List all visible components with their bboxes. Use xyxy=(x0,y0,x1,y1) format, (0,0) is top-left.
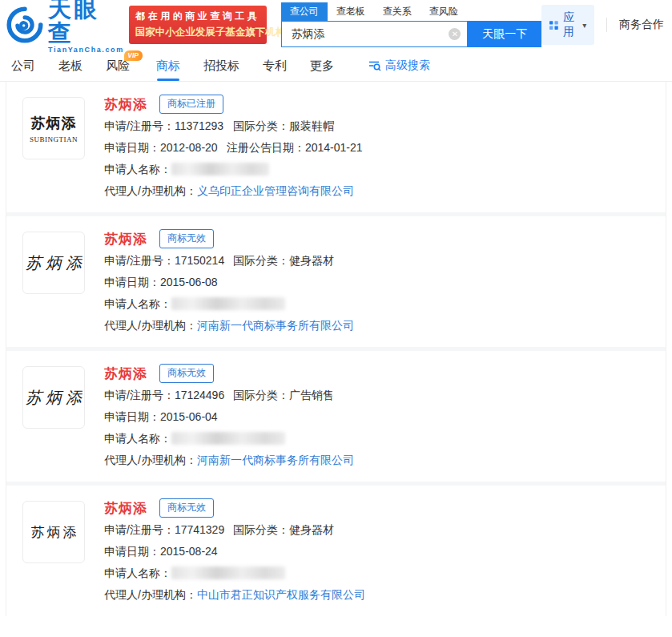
applicant-label: 申请人名称： xyxy=(104,432,171,445)
status-badge: 商标无效 xyxy=(159,498,214,518)
trademark-results-list: 苏炳添 SUBINGTIAN 苏炳添 商标已注册 申请/注册号：11371293… xyxy=(6,82,666,616)
search-tab-risk[interactable]: 查风险 xyxy=(421,2,467,21)
apply-date-label: 申请日期： xyxy=(104,276,160,288)
logo[interactable]: 天眼查 TianYanCha.com xyxy=(6,0,124,54)
search-button[interactable]: 天眼一下 xyxy=(468,21,541,47)
apply-date-label: 申请日期： xyxy=(104,410,160,423)
result-type-nav: 公司 老板 风险 VIP 商标 招投标 专利 更多 高级搜索 xyxy=(0,50,672,82)
apps-grid-icon xyxy=(549,19,558,31)
agent-link[interactable]: 中山市君正知识产权服务有限公司 xyxy=(197,588,365,601)
search-tab-company[interactable]: 查公司 xyxy=(281,2,328,21)
reg-no-label: 申请/注册号： xyxy=(104,119,175,132)
vip-badge: VIP xyxy=(124,50,143,61)
nav-item-trademark[interactable]: 商标 xyxy=(156,50,180,81)
apply-date-value: 2015-08-24 xyxy=(160,545,218,558)
reg-no-value: 11371293 xyxy=(175,119,223,132)
trademark-image-text: 苏炳添 xyxy=(22,387,86,409)
applicant-name-redacted xyxy=(171,432,285,445)
trademark-name[interactable]: 苏炳添 xyxy=(104,95,147,114)
apply-date-value: 2012-08-20 xyxy=(160,141,218,154)
promo-banner: 都在用的商业查询工具 国家中小企业发展子基金旗下机构 xyxy=(129,6,267,44)
trademark-image[interactable]: 苏炳添 SUBINGTIAN xyxy=(22,97,85,159)
apply-date-label: 申请日期： xyxy=(104,141,160,154)
status-badge: 商标已注册 xyxy=(159,95,223,114)
search-tab-relation[interactable]: 查关系 xyxy=(374,2,421,21)
trademark-card: 苏炳添 苏炳添 商标无效 申请/注册号：17150214 国际分类：健身器材 申… xyxy=(6,216,666,347)
search-input[interactable] xyxy=(290,27,449,42)
trademark-image[interactable]: 苏炳添 xyxy=(22,232,85,294)
applicant-name-redacted xyxy=(171,566,285,579)
intl-class-value: 健身器材 xyxy=(289,523,334,536)
chevron-down-icon: ▾ xyxy=(582,21,586,30)
nav-item-more[interactable]: 更多 xyxy=(310,50,334,81)
header: 天眼查 TianYanCha.com 都在用的商业查询工具 国家中小企业发展子基… xyxy=(0,0,672,50)
agent-link[interactable]: 河南新一代商标事务所有限公司 xyxy=(197,454,354,466)
nav-item-risk[interactable]: 风险 VIP xyxy=(106,50,130,81)
reg-no-value: 17741329 xyxy=(175,523,224,536)
nav-item-company[interactable]: 公司 xyxy=(11,50,35,81)
reg-no-label: 申请/注册号： xyxy=(104,389,175,401)
intl-class-label: 国际分类： xyxy=(233,254,289,267)
trademark-card: 苏炳添 SUBINGTIAN 苏炳添 商标已注册 申请/注册号：11371293… xyxy=(6,82,666,212)
logo-title: 天眼查 xyxy=(48,0,124,45)
intl-class-label: 国际分类： xyxy=(233,119,289,132)
reg-no-label: 申请/注册号： xyxy=(104,523,175,536)
trademark-image-text: 苏炳添 xyxy=(31,114,77,133)
apps-label: 应用 xyxy=(563,10,579,39)
pub-date-label: 注册公告日期： xyxy=(227,141,305,154)
nav-item-bidding[interactable]: 招投标 xyxy=(203,50,239,81)
advanced-search-icon xyxy=(368,60,381,71)
trademark-image-text: 苏炳添 xyxy=(29,523,79,542)
applicant-label: 申请人名称： xyxy=(104,566,171,579)
apply-date-value: 2015-06-04 xyxy=(160,410,218,423)
intl-class-label: 国际分类： xyxy=(233,389,289,401)
agent-label: 代理人/办理机构： xyxy=(104,588,197,601)
trademark-card: 苏炳添 苏炳添 商标无效 申请/注册号：17741329 国际分类：健身器材 申… xyxy=(6,486,666,616)
applicant-label: 申请人名称： xyxy=(104,297,171,310)
trademark-name[interactable]: 苏炳添 xyxy=(104,365,147,383)
status-badge: 商标无效 xyxy=(159,364,214,383)
intl-class-label: 国际分类： xyxy=(233,523,289,536)
header-right: 应用 ▾ 商务合作 xyxy=(541,5,666,45)
promo-line2: 国家中小企业发展子基金旗下机构 xyxy=(135,26,260,39)
apply-date-value: 2015-06-08 xyxy=(160,276,218,288)
intl-class-value: 服装鞋帽 xyxy=(289,119,334,132)
trademark-name[interactable]: 苏炳添 xyxy=(104,499,147,518)
tianyancha-swirl-icon xyxy=(6,6,43,43)
apps-button[interactable]: 应用 ▾ xyxy=(541,5,594,45)
agent-link[interactable]: 河南新一代商标事务所有限公司 xyxy=(197,319,354,332)
nav-item-patent[interactable]: 专利 xyxy=(263,50,287,81)
divider xyxy=(606,18,607,32)
intl-class-value: 健身器材 xyxy=(289,254,334,267)
agent-label: 代理人/办理机构： xyxy=(104,319,197,332)
status-badge: 商标无效 xyxy=(159,229,214,248)
clear-search-icon[interactable]: ✕ xyxy=(449,28,461,40)
apply-date-label: 申请日期： xyxy=(104,545,160,558)
advanced-search-link[interactable]: 高级搜索 xyxy=(368,50,430,81)
applicant-name-redacted xyxy=(171,163,269,175)
trademark-card: 苏炳添 苏炳添 商标无效 申请/注册号：17124496 国际分类：广告销售 申… xyxy=(6,351,666,482)
advanced-search-label: 高级搜索 xyxy=(385,50,430,81)
trademark-image[interactable]: 苏炳添 xyxy=(22,366,85,429)
agent-label: 代理人/办理机构： xyxy=(104,454,197,466)
reg-no-value: 17124496 xyxy=(175,389,224,401)
applicant-name-redacted xyxy=(171,297,285,310)
reg-no-label: 申请/注册号： xyxy=(104,254,175,267)
agent-link[interactable]: 义乌印正企业管理咨询有限公司 xyxy=(197,184,354,197)
applicant-label: 申请人名称： xyxy=(104,163,171,175)
trademark-image-text: 苏炳添 xyxy=(22,252,86,274)
search-tabs: 查公司 查老板 查关系 查风险 xyxy=(281,2,542,21)
reg-no-value: 17150214 xyxy=(175,254,224,267)
trademark-image-subtext: SUBINGTIAN xyxy=(30,135,78,143)
nav-item-boss[interactable]: 老板 xyxy=(58,50,82,81)
intl-class-value: 广告销售 xyxy=(289,389,334,401)
agent-label: 代理人/办理机构： xyxy=(104,184,197,197)
business-cooperation-link[interactable]: 商务合作 xyxy=(619,18,664,32)
search-tab-boss[interactable]: 查老板 xyxy=(328,2,374,21)
search-area: 查公司 查老板 查关系 查风险 ✕ 天眼一下 xyxy=(281,2,542,47)
promo-line1: 都在用的商业查询工具 xyxy=(135,10,260,23)
search-box: ✕ xyxy=(281,21,469,47)
trademark-image[interactable]: 苏炳添 xyxy=(22,501,85,563)
trademark-name[interactable]: 苏炳添 xyxy=(104,230,147,248)
pub-date-value: 2014-01-21 xyxy=(305,141,363,154)
